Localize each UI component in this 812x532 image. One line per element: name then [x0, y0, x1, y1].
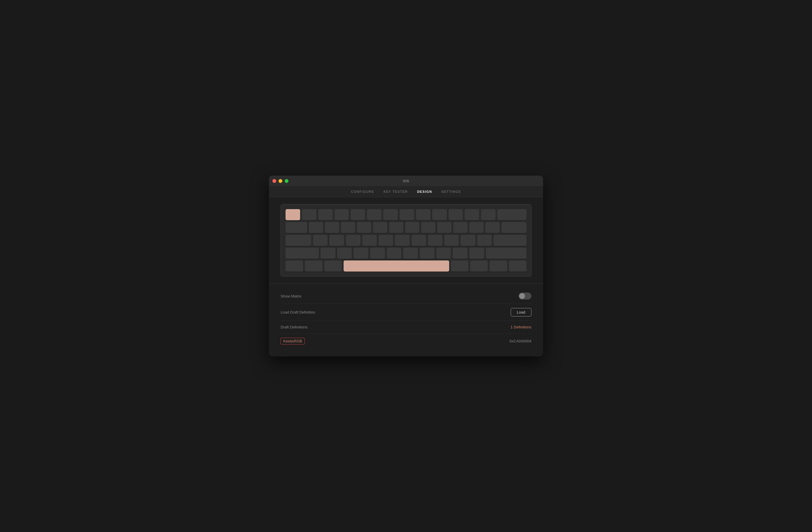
key-b[interactable]: [387, 248, 402, 259]
key-lctrl[interactable]: [286, 260, 303, 272]
load-button[interactable]: Load: [511, 308, 532, 316]
show-matrix-toggle[interactable]: [519, 292, 532, 300]
definition-id: 0xCA040004: [509, 339, 532, 343]
key-7[interactable]: [400, 209, 414, 220]
window-title: VIA: [403, 179, 409, 183]
key-d[interactable]: [346, 235, 361, 246]
key-quote[interactable]: [477, 235, 492, 246]
key-a[interactable]: [313, 235, 328, 246]
key-period[interactable]: [453, 248, 467, 259]
nav-settings[interactable]: SETTINGS: [441, 189, 461, 195]
keyboard-section: [269, 197, 543, 284]
key-comma[interactable]: [436, 248, 451, 259]
key-p[interactable]: [453, 222, 467, 233]
toggle-knob: [519, 293, 525, 299]
key-t[interactable]: [373, 222, 387, 233]
key-0[interactable]: [449, 209, 463, 220]
key-lalt[interactable]: [305, 260, 322, 272]
key-o[interactable]: [437, 222, 451, 233]
key-semicolon[interactable]: [461, 235, 475, 246]
minimize-button[interactable]: [278, 179, 282, 183]
key-2[interactable]: [318, 209, 333, 220]
nav-configure[interactable]: CONFIGURE: [351, 189, 375, 195]
key-capslock[interactable]: [286, 235, 311, 246]
nav-key-tester[interactable]: KEY TESTER: [383, 189, 408, 195]
key-i[interactable]: [421, 222, 435, 233]
key-row-5: [286, 260, 526, 272]
key-rshift[interactable]: [486, 248, 526, 259]
key-lshift[interactable]: [286, 248, 319, 259]
key-g[interactable]: [379, 235, 393, 246]
key-row-1: [286, 209, 526, 220]
key-minus[interactable]: [465, 209, 479, 220]
load-draft-row: Load Draft Definition Load: [280, 304, 532, 321]
key-j[interactable]: [411, 235, 426, 246]
key-backslash[interactable]: [502, 222, 526, 233]
key-y[interactable]: [389, 222, 403, 233]
key-c[interactable]: [353, 248, 368, 259]
draft-definitions-label: Draft Definitions: [280, 325, 307, 329]
definitions-count: 1 Definitions: [510, 325, 532, 329]
key-n[interactable]: [403, 248, 418, 259]
key-5[interactable]: [367, 209, 381, 220]
key-k[interactable]: [428, 235, 443, 246]
definition-entry-row: KeebsRGB 0xCA040004: [280, 334, 532, 348]
key-rmeta[interactable]: [451, 260, 468, 272]
key-esc[interactable]: [286, 209, 300, 220]
title-bar: VIA: [269, 176, 543, 186]
key-x[interactable]: [337, 248, 352, 259]
close-button[interactable]: [272, 179, 276, 183]
traffic-lights: [272, 179, 288, 183]
key-f[interactable]: [362, 235, 377, 246]
key-row-4: [286, 248, 526, 259]
key-enter[interactable]: [493, 235, 526, 246]
key-ralt[interactable]: [470, 260, 488, 272]
show-matrix-label: Show Matrix: [280, 294, 302, 298]
load-draft-label: Load Draft Definition: [280, 310, 315, 314]
key-h[interactable]: [395, 235, 409, 246]
key-r[interactable]: [357, 222, 371, 233]
key-3[interactable]: [335, 209, 349, 220]
key-u[interactable]: [405, 222, 419, 233]
nav-design[interactable]: DESIGN: [417, 189, 432, 195]
key-w[interactable]: [325, 222, 339, 233]
key-6[interactable]: [383, 209, 398, 220]
key-rctrl[interactable]: [509, 260, 526, 272]
key-equal[interactable]: [481, 209, 495, 220]
key-1[interactable]: [302, 209, 317, 220]
key-row-3: [286, 235, 526, 246]
key-q[interactable]: [309, 222, 323, 233]
key-z[interactable]: [321, 248, 335, 259]
key-fn[interactable]: [489, 260, 507, 272]
key-9[interactable]: [432, 209, 447, 220]
key-l[interactable]: [444, 235, 459, 246]
key-lmeta[interactable]: [324, 260, 342, 272]
key-slash[interactable]: [469, 248, 484, 259]
show-matrix-row: Show Matrix: [280, 288, 532, 304]
key-e[interactable]: [341, 222, 355, 233]
definition-name[interactable]: KeebsRGB: [280, 338, 305, 344]
draft-definitions-row: Draft Definitions 1 Definitions: [280, 321, 532, 334]
nav-bar: CONFIGURE KEY TESTER DESIGN SETTINGS: [269, 186, 543, 197]
key-m[interactable]: [420, 248, 435, 259]
maximize-button[interactable]: [285, 179, 288, 183]
key-v[interactable]: [370, 248, 385, 259]
key-lbracket[interactable]: [469, 222, 483, 233]
key-4[interactable]: [351, 209, 365, 220]
app-window: VIA CONFIGURE KEY TESTER DESIGN SETTINGS: [269, 176, 543, 356]
key-row-2: [286, 222, 526, 233]
key-8[interactable]: [416, 209, 431, 220]
key-rbracket[interactable]: [485, 222, 499, 233]
key-backspace[interactable]: [497, 209, 526, 220]
settings-section: Show Matrix Load Draft Definition Load D…: [269, 284, 543, 356]
keyboard-container: [280, 204, 532, 276]
key-space[interactable]: [344, 260, 449, 272]
key-s[interactable]: [329, 235, 344, 246]
key-tab[interactable]: [286, 222, 307, 233]
